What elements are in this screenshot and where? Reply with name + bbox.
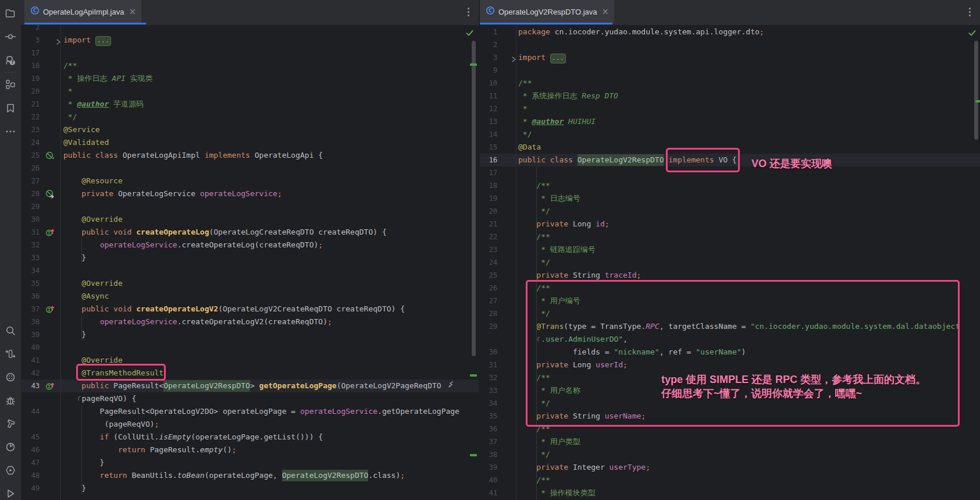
fold-chevron-icon[interactable] [510, 54, 517, 61]
code-line-22[interactable]: 22 */ [21, 111, 479, 123]
line-number: 49 [21, 482, 40, 495]
code-line-2[interactable]: 2 [21, 25, 479, 34]
override-gutter-icon[interactable] [45, 228, 55, 237]
override-gutter-icon[interactable] [45, 381, 55, 391]
code-line-24[interactable]: 24 */ [480, 256, 980, 269]
editor-left[interactable]: 23import ...1718/**19 * 操作日志 API 实现类20 *… [21, 25, 479, 500]
code-line-12[interactable]: 12 * [480, 102, 980, 115]
code-line-21[interactable]: 21 * @author 芋道源码 [21, 98, 479, 111]
scrollbar-thumb[interactable] [974, 41, 978, 140]
code-line-20[interactable]: 20 */ [480, 205, 980, 218]
vcs-added-mark[interactable] [975, 100, 980, 102]
override-gutter-icon[interactable] [45, 304, 55, 314]
more-tool-windows-icon[interactable] [5, 126, 16, 137]
code-line-2[interactable]: 2 [480, 38, 980, 51]
code-line-38[interactable]: 38 */ [480, 448, 980, 461]
code-line-26[interactable]: 26 [21, 162, 479, 175]
code-line-13[interactable]: 13 * @author HUIHUI [480, 115, 980, 128]
tab-close-icon[interactable]: × [129, 8, 136, 16]
code-line-22[interactable]: 22 /** [480, 231, 980, 243]
code-line-19[interactable]: 19 * 操作日志 API 实现类 [21, 72, 479, 85]
vcs-added-mark[interactable] [470, 63, 477, 66]
code-line-33[interactable]: 33 } [21, 251, 479, 264]
autowired-gutter-icon[interactable] [45, 189, 55, 198]
code-line-41[interactable]: 41 * 操作模块类型 [480, 487, 980, 499]
structure-icon[interactable] [5, 79, 16, 90]
vcs-added-mark[interactable] [470, 374, 477, 377]
code-line-20[interactable]: 20 * [21, 85, 479, 98]
code-line-40[interactable]: 40 /** [480, 474, 980, 487]
code-line-27[interactable]: 27 @Resource [21, 175, 479, 187]
inspections-ok-icon[interactable] [968, 29, 977, 37]
build-icon[interactable] [5, 418, 16, 430]
problems-icon[interactable] [5, 371, 16, 383]
code-line-40[interactable]: 40 [21, 341, 479, 354]
code-line-wrap[interactable]: pageReqVO) { [21, 392, 479, 405]
commit-icon[interactable] [5, 31, 16, 42]
vcs-added-mark[interactable] [470, 454, 477, 456]
code-line-25[interactable]: 25public class OperateLogApiImpl impleme… [21, 149, 479, 162]
code-line-31[interactable]: 31 public void createOperateLog(OperateL… [21, 226, 479, 239]
code-line-37[interactable]: 37 public void createOperateLogV2(Operat… [21, 303, 479, 315]
tab-operatelogapiimpl[interactable]: C OperateLogApiImpl.java × [24, 0, 141, 23]
code-line-49[interactable]: 49 } [21, 482, 479, 495]
code-line-28[interactable]: 28 private OperateLogService operateLogS… [21, 187, 479, 200]
pane-splitter[interactable] [479, 0, 480, 500]
code-line-10[interactable]: 10/** [480, 77, 980, 90]
bookmarks-icon[interactable] [5, 102, 16, 114]
tab-close-icon[interactable]: × [602, 8, 610, 16]
code-line-23[interactable]: 23@Service [21, 123, 479, 136]
code-line-18[interactable]: 18/** [21, 59, 479, 72]
scrollbar-thumb[interactable] [472, 41, 476, 356]
code-line-32[interactable]: 32 operateLogService.createOperateLog(cr… [21, 239, 479, 251]
code-line-45[interactable]: 45 if (CollUtil.isEmpty(operateLogPage.g… [21, 431, 479, 444]
code-line-36[interactable]: 36 @Async [21, 290, 479, 303]
debug-icon[interactable] [5, 395, 16, 406]
code-line-wrap[interactable]: (pageReqVO); [21, 418, 479, 431]
project-icon[interactable] [5, 8, 16, 19]
run-icon[interactable] [5, 488, 16, 499]
code-line-37[interactable]: 37 * 用户类型 [480, 435, 980, 448]
code-line-48[interactable]: 48 return BeanUtils.toBean(operateLogPag… [21, 469, 479, 482]
editor-options-kebab-icon[interactable] [965, 7, 974, 17]
code-line-11[interactable]: 11 * 系统操作日志 Resp DTO [480, 90, 980, 102]
code-line-24[interactable]: 24@Validated [21, 136, 479, 149]
code-line-30[interactable]: 30 @Override [21, 213, 479, 226]
code-line-35[interactable]: 35 @Override [21, 277, 479, 290]
code-line-39[interactable]: 39 private Integer userType; [480, 461, 980, 474]
code-line-9[interactable]: 9 [480, 64, 980, 77]
line-number: 23 [480, 243, 497, 256]
code-line-47[interactable]: 47 } [21, 456, 479, 469]
code-line-18[interactable]: 18 /** [480, 179, 980, 192]
code-line-29[interactable]: 29 [21, 200, 479, 213]
code-line-3[interactable]: 3import ... [480, 51, 980, 64]
line-number: 40 [480, 474, 497, 487]
code-line-39[interactable]: 39 } [21, 328, 479, 341]
code-line-43[interactable]: 43 public PageResult<OperateLogV2RespDTO… [21, 380, 479, 392]
code-line-1[interactable]: 1package cn.iocoder.yudao.module.system.… [480, 26, 980, 38]
dependencies-icon[interactable] [5, 348, 16, 360]
code-text: public void createOperateLog(OperateLogC… [63, 226, 387, 239]
profiler-icon[interactable] [5, 441, 16, 453]
line-number: 37 [480, 435, 497, 448]
code-line-38[interactable]: 38 operateLogService.createOperateLogV2(… [21, 315, 479, 328]
code-line-44[interactable]: 44 PageResult<OperateLogV2DO> operateLog… [21, 405, 479, 418]
fold-chevron-icon[interactable] [55, 37, 62, 44]
code-line-19[interactable]: 19 * 日志编号 [480, 192, 980, 205]
code-line-3[interactable]: 3import ... [21, 34, 479, 47]
tab-bar-left: C OperateLogApiImpl.java × [21, 0, 479, 25]
editor-right[interactable]: 1package cn.iocoder.yudao.module.system.… [480, 25, 980, 500]
tab-operatelogv2respdto[interactable]: C OperateLogV2RespDTO.java × [480, 0, 614, 23]
editor-options-kebab-icon[interactable] [464, 7, 473, 17]
code-line-17[interactable]: 17 [21, 47, 479, 59]
code-line-34[interactable]: 34 [21, 264, 479, 277]
learn-assistant-icon[interactable]: ? [5, 55, 16, 66]
code-line-46[interactable]: 46 return PageResult.empty(); [21, 444, 479, 456]
search-icon[interactable] [5, 325, 16, 336]
bean-gutter-icon[interactable] [45, 151, 55, 160]
inspections-ok-icon[interactable] [465, 29, 474, 37]
services-icon[interactable] [5, 464, 16, 476]
code-line-21[interactable]: 21 private Long id; [480, 218, 980, 231]
code-line-14[interactable]: 14 */ [480, 128, 980, 141]
code-line-23[interactable]: 23 * 链路追踪编号 [480, 243, 980, 256]
